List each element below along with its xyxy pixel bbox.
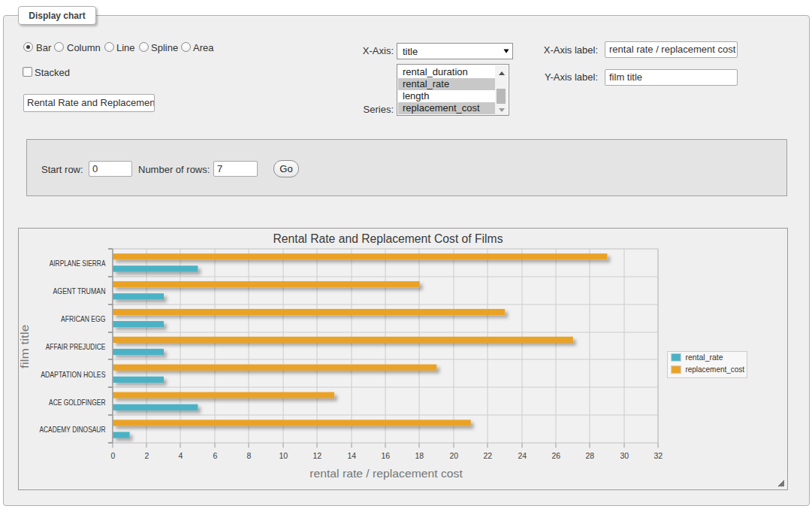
svg-text:24: 24: [518, 451, 527, 460]
svg-text:AIRPLANE SIERRA: AIRPLANE SIERRA: [50, 259, 106, 268]
svg-text:ACE GOLDFINGER: ACE GOLDFINGER: [49, 398, 106, 407]
svg-text:32: 32: [654, 451, 663, 460]
svg-text:6: 6: [213, 451, 217, 460]
svg-text:26: 26: [551, 451, 560, 460]
svg-text:28: 28: [585, 451, 594, 460]
svg-text:rental_rate: rental_rate: [686, 353, 723, 362]
svg-text:2: 2: [144, 451, 149, 460]
svg-text:16: 16: [381, 451, 390, 460]
svg-text:AFRICAN EGG: AFRICAN EGG: [61, 314, 105, 323]
svg-text:ACADEMY DINOSAUR: ACADEMY DINOSAUR: [39, 425, 105, 434]
svg-text:replacement_cost: replacement_cost: [686, 365, 745, 374]
svg-text:AGENT TRUMAN: AGENT TRUMAN: [53, 286, 106, 295]
svg-text:14: 14: [347, 451, 356, 460]
svg-text:22: 22: [483, 451, 492, 460]
svg-text:Rental Rate and Replacement Co: Rental Rate and Replacement Cost of Film…: [273, 232, 503, 245]
svg-text:8: 8: [246, 451, 251, 460]
svg-text:10: 10: [279, 451, 288, 460]
svg-text:rental rate / replacement cost: rental rate / replacement cost: [309, 467, 463, 480]
svg-text:12: 12: [312, 451, 321, 460]
svg-text:AFFAIR PREJUDICE: AFFAIR PREJUDICE: [46, 342, 106, 351]
svg-text:ADAPTATION HOLES: ADAPTATION HOLES: [41, 370, 106, 379]
svg-text:20: 20: [449, 451, 458, 460]
svg-text:4: 4: [178, 451, 183, 460]
svg-text:film title: film title: [19, 325, 31, 368]
svg-text:18: 18: [415, 451, 424, 460]
svg-text:30: 30: [620, 451, 629, 460]
svg-text:0: 0: [110, 451, 115, 460]
